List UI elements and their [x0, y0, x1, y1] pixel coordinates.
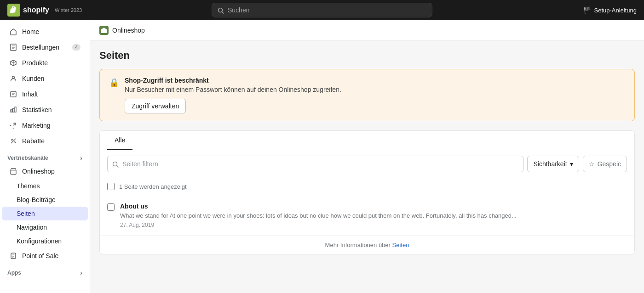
stats-icon: [9, 106, 17, 114]
saved-button[interactable]: ☆ Gespeic: [583, 156, 627, 172]
sidebar-sub-navigation[interactable]: Navigation: [2, 220, 88, 234]
sidebar-sub-blog[interactable]: Blog-Beiträge: [2, 193, 88, 207]
sales-channels-label: Vertriebskanäle: [7, 155, 48, 161]
lock-icon: 🔒: [109, 78, 119, 88]
filter-input-wrap[interactable]: [107, 156, 523, 172]
logo-area: shopify Winter 2023: [7, 4, 90, 17]
sidebar-sub-seiten[interactable]: Seiten: [2, 207, 88, 220]
shopify-logo[interactable]: shopify: [7, 4, 49, 17]
sidebar-item-inhalt[interactable]: Inhalt: [2, 86, 88, 102]
sidebar-item-home[interactable]: Home: [2, 24, 88, 39]
svg-point-3: [12, 76, 15, 79]
sidebar-item-pos[interactable]: Point of Sale: [2, 248, 88, 264]
saved-label: Gespeic: [598, 160, 621, 168]
filter-row: Sichtbarkeit ▾ ☆ Gespeic: [100, 150, 634, 178]
content-icon: [9, 90, 17, 98]
content-area: Seiten 🔒 Shop-Zugriff ist beschränkt Nur…: [90, 40, 644, 293]
filter-search-icon: [112, 160, 119, 168]
sidebar-inhalt-label: Inhalt: [22, 90, 38, 98]
setup-link-text: Setup-Anleitung: [594, 7, 637, 14]
page-info: About us What we stand for At one point …: [120, 203, 627, 228]
sidebar-item-rabatte[interactable]: Rabatte: [2, 133, 88, 149]
page-title: Seiten: [99, 50, 635, 62]
footer-text: Mehr Informationen über: [325, 242, 392, 248]
sidebar-produkte-label: Produkte: [22, 59, 48, 67]
sidebar-item-statistiken[interactable]: Statistiken: [2, 102, 88, 118]
sidebar-sub-konfigurationen[interactable]: Konfigurationen: [2, 234, 88, 248]
home-icon: [9, 28, 17, 36]
page-date: 27. Aug. 2019: [120, 222, 627, 228]
sidebar-sub-themes[interactable]: Themes: [2, 179, 88, 193]
sidebar-themes-label: Themes: [17, 182, 40, 190]
winter-badge: Winter 2023: [55, 7, 82, 13]
sidebar-bestellungen-label: Bestellungen: [22, 44, 59, 51]
sidebar-rabatte-label: Rabatte: [22, 137, 45, 145]
row-checkbox[interactable]: [107, 203, 115, 211]
warning-content: Shop-Zugriff ist beschränkt Nur Besucher…: [125, 77, 625, 113]
page-name: About us: [120, 203, 627, 210]
svg-rect-4: [11, 91, 16, 97]
breadcrumb: Onlineshop: [90, 20, 644, 40]
sidebar-seiten-label: Seiten: [17, 210, 35, 217]
svg-point-8: [113, 162, 117, 166]
sidebar-onlineshop-label: Onlineshop: [22, 168, 55, 175]
count-text: 1 Seite werden angezeigt: [119, 183, 187, 190]
topbar-actions: 🏴 Setup-Anleitung: [554, 6, 637, 14]
sidebar-home-label: Home: [22, 28, 39, 35]
products-icon: [9, 59, 17, 67]
svg-point-1: [218, 8, 223, 12]
count-row: 1 Seite werden angezeigt: [100, 178, 634, 195]
star-icon: ☆: [589, 160, 595, 168]
tab-alle[interactable]: Alle: [107, 131, 132, 150]
sidebar-item-marketing[interactable]: Marketing: [2, 118, 88, 133]
sidebar-pos-label: Point of Sale: [22, 252, 58, 259]
info-footer: Mehr Informationen über Seiten: [100, 236, 634, 254]
bestellungen-badge: 4: [72, 44, 80, 51]
warning-text: Nur Besucher mit einem Passwort können a…: [125, 86, 625, 93]
sidebar-kunden-label: Kunden: [22, 75, 44, 82]
apps-section: Apps ›: [0, 264, 90, 278]
svg-point-5: [12, 139, 13, 141]
search-input[interactable]: [228, 6, 426, 14]
pos-icon: [9, 252, 17, 260]
search-area: [90, 3, 554, 17]
page-description: What we stand for At one point we were i…: [120, 212, 627, 220]
breadcrumb-text: Onlineshop: [112, 27, 145, 34]
visibility-button[interactable]: Sichtbarkeit ▾: [527, 156, 579, 172]
sidebar-navigation-label: Navigation: [17, 224, 47, 231]
sales-channels-section: Vertriebskanäle ›: [0, 149, 90, 163]
flag-icon: 🏴: [583, 6, 591, 14]
apps-label: Apps: [7, 270, 21, 276]
sidebar-item-bestellungen[interactable]: Bestellungen 4: [2, 39, 88, 55]
search-bar[interactable]: [212, 3, 432, 17]
discounts-icon: [9, 137, 17, 145]
warning-banner: 🔒 Shop-Zugriff ist beschränkt Nur Besuch…: [99, 69, 635, 121]
shopify-text: shopify: [23, 6, 49, 14]
sidebar-blog-label: Blog-Beiträge: [17, 196, 56, 203]
onlineshop-icon: [9, 167, 17, 175]
footer-link[interactable]: Seiten: [392, 242, 409, 248]
svg-point-6: [14, 142, 16, 143]
search-icon: [218, 6, 224, 14]
filter-input[interactable]: [122, 160, 518, 168]
orders-icon: [9, 43, 17, 51]
expand-icon[interactable]: ›: [80, 154, 82, 162]
apps-expand-icon[interactable]: ›: [80, 269, 82, 276]
sidebar-item-kunden[interactable]: Kunden: [2, 71, 88, 86]
pages-table: Alle Sichtbarkeit ▾ ☆: [99, 130, 635, 254]
select-all-checkbox[interactable]: [107, 183, 115, 190]
sidebar-item-produkte[interactable]: Produkte: [2, 55, 88, 71]
sidebar-marketing-label: Marketing: [22, 122, 50, 129]
access-button[interactable]: Zugriff verwalten: [125, 99, 186, 113]
sidebar: Home Bestellungen 4 Produkte Kunden In: [0, 20, 90, 293]
warning-title: Shop-Zugriff ist beschränkt: [125, 77, 625, 84]
table-row[interactable]: About us What we stand for At one point …: [100, 195, 634, 236]
topbar: shopify Winter 2023 🏴 Setup-Anleitung: [0, 0, 644, 20]
chevron-down-icon: ▾: [570, 160, 573, 168]
customers-icon: [9, 74, 17, 83]
sidebar-item-onlineshop[interactable]: Onlineshop: [2, 163, 88, 179]
sidebar-konfigurationen-label: Konfigurationen: [17, 237, 62, 245]
setup-link[interactable]: 🏴 Setup-Anleitung: [583, 6, 637, 14]
visibility-label: Sichtbarkeit: [533, 160, 567, 168]
tab-bar: Alle: [100, 131, 634, 150]
